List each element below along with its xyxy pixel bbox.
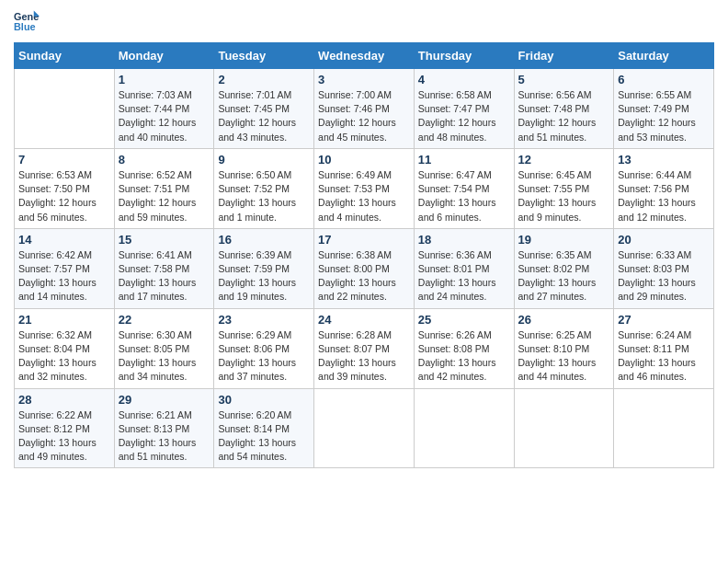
day-number: 23: [218, 313, 310, 327]
day-number: 4: [418, 73, 510, 86]
day-info: Sunrise: 6:35 AMSunset: 8:02 PMDaylight:…: [518, 248, 610, 304]
day-info: Sunrise: 6:42 AMSunset: 7:57 PMDaylight:…: [18, 248, 110, 304]
day-number: 30: [218, 393, 310, 407]
day-info: Sunrise: 6:29 AMSunset: 8:06 PMDaylight:…: [218, 328, 310, 385]
day-number: 8: [119, 153, 210, 167]
day-number: 10: [318, 153, 410, 167]
day-number: 24: [318, 313, 410, 327]
day-number: 15: [119, 233, 210, 247]
calendar-cell: [614, 388, 714, 468]
day-info: Sunrise: 6:33 AMSunset: 8:03 PMDaylight:…: [618, 248, 710, 304]
day-number: 26: [518, 313, 610, 327]
calendar-cell: 11 Sunrise: 6:47 AMSunset: 7:54 PMDaylig…: [414, 148, 514, 228]
day-info: Sunrise: 6:20 AMSunset: 8:14 PMDaylight:…: [218, 408, 310, 465]
day-number: 20: [618, 233, 710, 247]
day-info: Sunrise: 6:55 AMSunset: 7:49 PMDaylight:…: [618, 88, 710, 144]
calendar-cell: 8 Sunrise: 6:52 AMSunset: 7:51 PMDayligh…: [114, 148, 214, 228]
calendar-cell: 10 Sunrise: 6:49 AMSunset: 7:53 PMDaylig…: [314, 148, 415, 228]
day-info: Sunrise: 6:56 AMSunset: 7:48 PMDaylight:…: [518, 88, 610, 144]
day-number: 27: [618, 313, 710, 327]
calendar-cell: 4 Sunrise: 6:58 AMSunset: 7:47 PMDayligh…: [414, 69, 514, 149]
calendar-cell: 28 Sunrise: 6:22 AMSunset: 8:12 PMDaylig…: [15, 388, 115, 468]
col-header-monday: Monday: [114, 43, 214, 69]
day-number: 3: [318, 73, 410, 86]
calendar-cell: 12 Sunrise: 6:45 AMSunset: 7:55 PMDaylig…: [514, 148, 614, 228]
calendar-cell: 6 Sunrise: 6:55 AMSunset: 7:49 PMDayligh…: [614, 69, 714, 149]
day-number: 29: [119, 393, 210, 407]
day-number: 1: [119, 73, 210, 86]
day-number: 17: [318, 233, 410, 247]
calendar-cell: [15, 69, 115, 149]
calendar-cell: 22 Sunrise: 6:30 AMSunset: 8:05 PMDaylig…: [114, 308, 214, 388]
calendar-header: SundayMondayTuesdayWednesdayThursdayFrid…: [15, 43, 714, 69]
logo-icon: General Blue: [14, 9, 40, 35]
calendar-cell: 15 Sunrise: 6:41 AMSunset: 7:58 PMDaylig…: [114, 228, 214, 308]
day-info: Sunrise: 6:44 AMSunset: 7:56 PMDaylight:…: [618, 168, 710, 224]
calendar-table: SundayMondayTuesdayWednesdayThursdayFrid…: [14, 42, 714, 468]
day-info: Sunrise: 6:36 AMSunset: 8:01 PMDaylight:…: [418, 248, 510, 304]
day-info: Sunrise: 6:39 AMSunset: 7:59 PMDaylight:…: [218, 248, 310, 304]
day-info: Sunrise: 6:58 AMSunset: 7:47 PMDaylight:…: [418, 88, 510, 144]
day-number: 9: [218, 153, 310, 167]
day-number: 7: [18, 153, 110, 167]
calendar-cell: 3 Sunrise: 7:00 AMSunset: 7:46 PMDayligh…: [314, 69, 415, 149]
day-number: 22: [119, 313, 210, 327]
calendar-cell: 25 Sunrise: 6:26 AMSunset: 8:08 PMDaylig…: [414, 308, 514, 388]
day-info: Sunrise: 6:24 AMSunset: 8:11 PMDaylight:…: [618, 328, 710, 385]
col-header-thursday: Thursday: [414, 43, 514, 69]
day-number: 14: [18, 233, 110, 247]
svg-text:Blue: Blue: [14, 21, 36, 32]
day-number: 18: [418, 233, 510, 247]
col-header-sunday: Sunday: [15, 43, 115, 69]
day-info: Sunrise: 6:49 AMSunset: 7:53 PMDaylight:…: [318, 168, 410, 224]
day-info: Sunrise: 6:50 AMSunset: 7:52 PMDaylight:…: [218, 168, 310, 224]
day-number: 16: [218, 233, 310, 247]
col-header-tuesday: Tuesday: [214, 43, 314, 69]
calendar-cell: 5 Sunrise: 6:56 AMSunset: 7:48 PMDayligh…: [514, 69, 614, 149]
day-number: 13: [618, 153, 710, 167]
day-info: Sunrise: 6:52 AMSunset: 7:51 PMDaylight:…: [119, 168, 210, 224]
day-info: Sunrise: 6:26 AMSunset: 8:08 PMDaylight:…: [418, 328, 510, 385]
calendar-cell: 1 Sunrise: 7:03 AMSunset: 7:44 PMDayligh…: [114, 69, 214, 149]
calendar-cell: 27 Sunrise: 6:24 AMSunset: 8:11 PMDaylig…: [614, 308, 714, 388]
calendar-cell: 23 Sunrise: 6:29 AMSunset: 8:06 PMDaylig…: [214, 308, 314, 388]
day-info: Sunrise: 6:28 AMSunset: 8:07 PMDaylight:…: [318, 328, 410, 385]
day-number: 6: [618, 73, 710, 86]
calendar-cell: 19 Sunrise: 6:35 AMSunset: 8:02 PMDaylig…: [514, 228, 614, 308]
day-info: Sunrise: 6:38 AMSunset: 8:00 PMDaylight:…: [318, 248, 410, 304]
day-number: 25: [418, 313, 510, 327]
day-number: 28: [18, 393, 110, 407]
day-info: Sunrise: 6:53 AMSunset: 7:50 PMDaylight:…: [18, 168, 110, 224]
calendar-cell: [514, 388, 614, 468]
calendar-cell: [314, 388, 415, 468]
day-info: Sunrise: 7:00 AMSunset: 7:46 PMDaylight:…: [318, 88, 410, 144]
day-info: Sunrise: 6:45 AMSunset: 7:55 PMDaylight:…: [518, 168, 610, 224]
day-info: Sunrise: 6:30 AMSunset: 8:05 PMDaylight:…: [119, 328, 210, 385]
day-info: Sunrise: 7:01 AMSunset: 7:45 PMDaylight:…: [218, 88, 310, 144]
calendar-cell: 20 Sunrise: 6:33 AMSunset: 8:03 PMDaylig…: [614, 228, 714, 308]
calendar-cell: 30 Sunrise: 6:20 AMSunset: 8:14 PMDaylig…: [214, 388, 314, 468]
day-number: 11: [418, 153, 510, 167]
calendar-cell: 18 Sunrise: 6:36 AMSunset: 8:01 PMDaylig…: [414, 228, 514, 308]
day-info: Sunrise: 6:22 AMSunset: 8:12 PMDaylight:…: [18, 408, 110, 465]
calendar-cell: 21 Sunrise: 6:32 AMSunset: 8:04 PMDaylig…: [15, 308, 115, 388]
day-info: Sunrise: 6:32 AMSunset: 8:04 PMDaylight:…: [18, 328, 110, 385]
header: General Blue: [14, 9, 714, 35]
calendar-cell: 17 Sunrise: 6:38 AMSunset: 8:00 PMDaylig…: [314, 228, 415, 308]
col-header-saturday: Saturday: [614, 43, 714, 69]
day-info: Sunrise: 7:03 AMSunset: 7:44 PMDaylight:…: [119, 88, 210, 144]
calendar-cell: 29 Sunrise: 6:21 AMSunset: 8:13 PMDaylig…: [114, 388, 214, 468]
day-number: 12: [518, 153, 610, 167]
day-number: 5: [518, 73, 610, 86]
calendar-cell: 14 Sunrise: 6:42 AMSunset: 7:57 PMDaylig…: [15, 228, 115, 308]
calendar-cell: 2 Sunrise: 7:01 AMSunset: 7:45 PMDayligh…: [214, 69, 314, 149]
calendar-cell: 24 Sunrise: 6:28 AMSunset: 8:07 PMDaylig…: [314, 308, 415, 388]
calendar-cell: 16 Sunrise: 6:39 AMSunset: 7:59 PMDaylig…: [214, 228, 314, 308]
calendar-cell: 9 Sunrise: 6:50 AMSunset: 7:52 PMDayligh…: [214, 148, 314, 228]
col-header-friday: Friday: [514, 43, 614, 69]
day-info: Sunrise: 6:41 AMSunset: 7:58 PMDaylight:…: [119, 248, 210, 304]
day-info: Sunrise: 6:21 AMSunset: 8:13 PMDaylight:…: [119, 408, 210, 465]
col-header-wednesday: Wednesday: [314, 43, 415, 69]
logo: General Blue: [14, 9, 43, 35]
day-number: 2: [218, 73, 310, 86]
